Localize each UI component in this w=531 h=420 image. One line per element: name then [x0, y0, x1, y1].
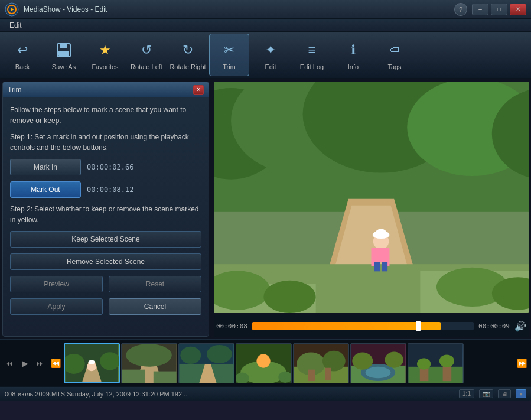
- film-play-button[interactable]: ▶: [18, 356, 32, 370]
- trim-instruction-2: Step 1: Set a mark in and out position u…: [10, 132, 201, 153]
- screen-badge[interactable]: 🖥: [498, 389, 511, 398]
- svg-rect-51: [325, 367, 331, 380]
- film-thumb-1-inner: [65, 344, 119, 382]
- main-content: Trim ✕ Follow the steps below to mark a …: [0, 79, 531, 339]
- timeline-start: 00:00:08: [216, 323, 247, 330]
- svg-rect-21: [382, 262, 387, 271]
- toolbar-info[interactable]: ℹ Info: [333, 34, 373, 76]
- film-thumb-3[interactable]: [178, 343, 234, 383]
- save-as-label: Save As: [52, 63, 76, 70]
- toolbar-edit-log[interactable]: ≡ Edit Log: [292, 34, 332, 76]
- help-button[interactable]: ?: [454, 3, 467, 16]
- tags-label: Tags: [387, 63, 401, 70]
- status-bar: 008-июль 2009.MTS Sunday, July 12, 2009 …: [0, 386, 531, 401]
- film-thumb-3-inner: [179, 344, 234, 383]
- film-fast-forward-button[interactable]: ⏩: [514, 356, 529, 370]
- maximize-button[interactable]: □: [491, 4, 507, 15]
- svg-rect-4: [60, 44, 67, 48]
- timeline-bar: 00:00:08 00:00:09 🔊: [214, 315, 529, 337]
- remove-scene-button[interactable]: Remove Selected Scene: [10, 253, 201, 270]
- keep-scene-button[interactable]: Keep Selected Scene: [10, 231, 201, 248]
- video-panel: 00:00:08 00:00:09 🔊: [211, 79, 531, 339]
- trim-dialog: Trim ✕ Follow the steps below to mark a …: [2, 82, 209, 337]
- favorites-icon: ★: [95, 40, 116, 61]
- trim-close-button[interactable]: ✕: [193, 85, 204, 95]
- camera-badge[interactable]: 📷: [479, 389, 493, 398]
- film-skip-start-button[interactable]: ⏮: [2, 356, 17, 370]
- svg-point-63: [439, 354, 454, 367]
- svg-point-57: [385, 351, 403, 367]
- apply-button[interactable]: Apply: [10, 298, 103, 315]
- timeline-end: 00:00:09: [478, 323, 510, 330]
- trim-instruction-1: Follow the steps below to mark a scene t…: [10, 105, 201, 126]
- favorites-label: Favorites: [92, 63, 118, 70]
- film-thumb-1[interactable]: [64, 343, 120, 383]
- video-preview: [214, 82, 529, 313]
- edit-log-label: Edit Log: [300, 63, 324, 70]
- menu-bar: Edit: [0, 19, 531, 32]
- rotate-right-label: Rotate Right: [170, 63, 206, 70]
- app-logo: [5, 2, 19, 17]
- film-thumb-6[interactable]: [350, 343, 406, 383]
- toolbar-edit[interactable]: ✦ Edit: [250, 34, 291, 76]
- svg-point-56: [352, 352, 373, 369]
- toolbar-rotate-left[interactable]: ↺ Rotate Left: [126, 34, 167, 76]
- rotate-left-icon: ↺: [136, 40, 157, 61]
- film-rewind-button[interactable]: ⏪: [48, 356, 63, 370]
- svg-rect-20: [374, 262, 380, 271]
- preview-button[interactable]: Preview: [10, 276, 103, 292]
- svg-point-34: [126, 344, 172, 367]
- close-button[interactable]: ✕: [510, 4, 526, 15]
- svg-point-39: [180, 346, 201, 363]
- toolbar-rotate-right[interactable]: ↻ Rotate Right: [168, 34, 208, 76]
- rotate-right-icon: ↻: [177, 40, 198, 61]
- status-text: 008-июль 2009.MTS Sunday, July 12, 2009 …: [5, 390, 454, 398]
- svg-point-32: [88, 360, 95, 364]
- minimize-button[interactable]: –: [472, 4, 488, 15]
- edit-label: Edit: [265, 63, 276, 70]
- trim-icon: ✂: [219, 40, 240, 61]
- film-thumb-7-inner: [408, 344, 463, 383]
- film-skip-end-button[interactable]: ⏭: [33, 356, 47, 370]
- film-thumb-7[interactable]: [408, 343, 464, 383]
- back-icon: ↩: [12, 40, 33, 61]
- svg-rect-59: [408, 366, 462, 382]
- film-thumb-4[interactable]: [236, 343, 292, 383]
- toolbar-save-as[interactable]: Save As: [44, 34, 84, 76]
- toolbar-trim[interactable]: ✂ Trim: [209, 34, 249, 76]
- svg-point-25: [263, 281, 315, 313]
- video-frame: [214, 82, 529, 313]
- film-thumb-2[interactable]: [121, 343, 177, 383]
- progress-track[interactable]: [252, 322, 474, 330]
- volume-icon[interactable]: 🔊: [514, 321, 526, 332]
- film-thumbnails: [64, 343, 513, 383]
- dot-badge[interactable]: ●: [516, 389, 526, 398]
- svg-point-23: [375, 229, 387, 238]
- svg-rect-50: [308, 369, 315, 380]
- progress-fill: [252, 322, 441, 330]
- filmstrip: ⏮ ▶ ⏭ ⏪: [0, 339, 531, 386]
- mark-in-button[interactable]: Mark In: [10, 159, 81, 175]
- svg-point-55: [366, 366, 391, 377]
- film-thumb-2-inner: [122, 344, 177, 383]
- film-thumb-5[interactable]: [293, 343, 349, 383]
- progress-handle[interactable]: [416, 321, 421, 331]
- edit-icon: ✦: [260, 40, 281, 61]
- trim-dialog-titlebar: Trim ✕: [3, 82, 209, 97]
- mark-out-button[interactable]: Mark Out: [10, 181, 81, 198]
- menu-edit[interactable]: Edit: [5, 20, 27, 31]
- cancel-button[interactable]: Cancel: [109, 298, 201, 315]
- toolbar-favorites[interactable]: ★ Favorites: [85, 34, 125, 76]
- mark-in-row: Mark In 00:00:02.66: [10, 159, 201, 175]
- mark-in-time: 00:00:02.66: [87, 163, 133, 171]
- reset-button[interactable]: Reset: [109, 276, 201, 292]
- trim-dialog-body: Follow the steps below to mark a scene t…: [3, 97, 209, 336]
- zoom-badge[interactable]: 1:1: [459, 389, 474, 398]
- toolbar-tags[interactable]: 🏷 Tags: [374, 34, 415, 76]
- rotate-left-label: Rotate Left: [131, 63, 162, 70]
- preview-reset-row: Preview Reset: [10, 276, 201, 292]
- apply-cancel-row: Apply Cancel: [10, 298, 201, 315]
- save-as-icon: [53, 40, 74, 61]
- toolbar-back[interactable]: ↩ Back: [2, 34, 43, 76]
- svg-point-40: [207, 344, 232, 363]
